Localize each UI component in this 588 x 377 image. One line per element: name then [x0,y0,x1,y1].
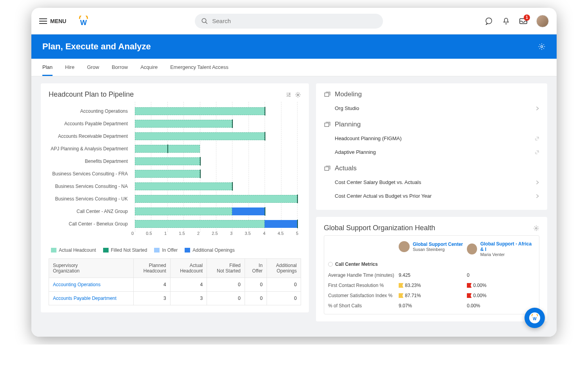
stack-icon [324,121,331,128]
table-row: Accounting Operations44000 [49,278,301,292]
section-header: Planning [324,121,539,128]
svg-point-3 [486,18,492,23]
chart-row: Business Services Consulting - NA [135,181,297,192]
chevron-right-icon [535,180,539,185]
chart-row: Accounting Operations [135,106,297,117]
svg-text:W: W [80,19,87,27]
flag-icon [467,283,472,288]
page-settings-icon[interactable] [538,43,546,51]
chart-row: Call Center - ANZ Group [135,206,297,217]
tab-hire[interactable]: Hire [65,59,74,76]
nav-link[interactable]: Cost Center Actual vs Budget vs Prior Ye… [324,189,539,203]
tab-emergency-talent-access[interactable]: Emergency Talent Access [170,59,229,76]
x-tick: 3.5 [245,231,250,236]
chart-category-label: Accounts Payable Department [49,121,131,126]
health-panel-title: Global Support Organization Health [324,224,435,232]
table-header: Filled Not Started [207,259,245,278]
nav-link[interactable]: Adaptive Planning [324,145,539,159]
table-header: Actual Headcount [170,259,207,278]
external-link-icon [535,150,539,155]
chart-row: Call Center - Benelux Group [135,218,297,229]
flag-icon [467,293,472,298]
chevron-right-icon [535,106,539,111]
nav-link[interactable]: Org Studio [324,101,539,115]
table-header: Supervisory Organization [49,259,134,278]
chart-category-label: Business Services Consulting - FRA [49,171,131,177]
metric-row: Average Handle Time (minutes)9.4250 [328,270,535,280]
search-icon [201,18,208,25]
inbox-icon[interactable]: 1 [519,17,528,25]
svg-point-5 [541,46,543,48]
x-tick: 4 [263,231,265,236]
chart-row: Business Services Consulting - UK [135,193,297,204]
svg-point-6 [297,94,299,96]
headcount-panel: Headcount Plan to Pipeline Accounting Op… [41,83,309,312]
headcount-chart: Accounting OperationsAccounts Payable De… [49,102,301,241]
workday-logo[interactable]: W [78,16,89,27]
page-title: Plan, Execute and Analyze [42,41,151,52]
hamburger-icon [39,18,47,24]
page-header: Plan, Execute and Analyze [31,34,557,59]
x-tick: 4.5 [278,231,283,236]
notifications-icon[interactable] [502,17,510,25]
chart-row: Business Services Consulting - FRA [135,168,297,179]
table-row: Accounts Payable Department33000 [49,292,301,305]
table-header: Additional Openings [267,259,301,278]
chart-legend: Actual HeadcountFilled Not StartedIn Off… [49,247,301,253]
org-link[interactable]: Accounts Payable Department [53,296,116,301]
tab-borrow[interactable]: Borrow [112,59,128,76]
search-field [212,18,377,24]
chart-row: Accounts Receivable Department [135,131,297,142]
legend-item: Filled Not Started [103,247,147,253]
x-tick: 0.5 [146,231,152,236]
panel-gear-icon[interactable] [295,92,301,98]
chat-icon[interactable] [485,17,493,25]
external-link-icon [535,136,539,141]
legend-item: In Offer [154,247,178,253]
nav-link[interactable]: Cost Center Salary Budget vs. Actuals [324,175,539,189]
chart-category-label: Call Center - Benelux Group [49,221,131,227]
tab-grow[interactable]: Grow [87,59,99,76]
chart-row: Benefits Department [135,156,297,167]
stack-icon [324,91,331,98]
stack-icon [324,165,331,172]
x-tick: 5 [296,231,298,236]
chart-category-label: Benefits Department [49,159,131,164]
x-tick: 1.5 [179,231,185,236]
chart-category-label: Call Center - ANZ Group [49,209,131,214]
flag-icon [399,293,403,298]
links-panel: ModelingOrg StudioPlanningHeadcount Plan… [316,83,547,210]
health-column[interactable]: Global Support - Africa & IMaria Venter [467,241,535,257]
nav-link[interactable]: Headcount Planning (FIGMA) [324,132,539,145]
org-link[interactable]: Accounting Operations [53,282,100,287]
topbar: MENU W 1 [31,8,557,34]
legend-item: Additional Openings [185,247,234,253]
chart-category-label: Business Services Consulting - UK [49,196,131,202]
tab-bar: PlanHireGrowBorrowAcquireEmergency Talen… [31,59,557,76]
panel-title: Headcount Plan to Pipeline [49,90,134,99]
tab-plan[interactable]: Plan [42,59,53,76]
table-header: Planned Headcount [134,259,170,278]
flag-icon [399,283,403,288]
panel-gear-icon[interactable] [533,225,539,231]
chart-settings-icon[interactable] [285,92,292,98]
x-tick: 2.5 [212,231,218,236]
chat-fab[interactable]: W [524,308,545,328]
legend-item: Actual Headcount [51,247,96,253]
mini-avatar [399,241,410,252]
search-input[interactable] [195,14,383,29]
tab-acquire[interactable]: Acquire [140,59,158,76]
menu-button[interactable]: MENU [39,18,66,24]
user-avatar[interactable] [536,15,549,27]
x-tick: 1 [164,231,167,236]
section-header: Modeling [324,90,539,98]
mini-avatar [467,244,477,254]
svg-rect-9 [325,167,329,170]
chart-row: APJ Planning & Analysis Department [135,143,297,154]
metric-section-title: Call Center Metrics [328,259,535,270]
chart-category-label: Accounts Receivable Department [49,133,131,139]
chart-category-label: Business Services Consulting - NA [49,184,131,189]
health-column[interactable]: Global Support CenterSusan Steinberg [399,241,467,252]
menu-label: MENU [50,18,66,24]
metric-row: Customer Satisfaction Index %87.71%0.00% [328,290,535,301]
